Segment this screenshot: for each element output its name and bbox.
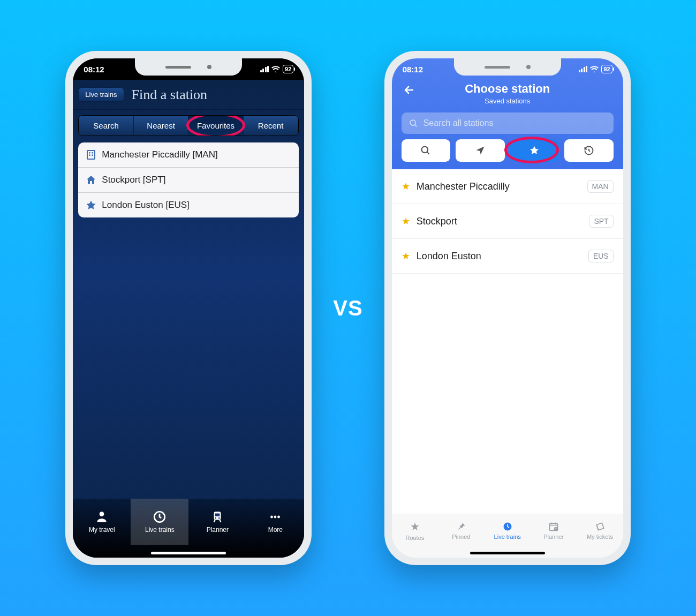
person-icon — [95, 510, 109, 524]
phone-notch — [135, 58, 242, 76]
svg-rect-2 — [92, 152, 94, 154]
history-icon — [584, 145, 594, 156]
star-icon — [86, 200, 96, 211]
svg-point-15 — [422, 147, 428, 153]
page-title: Find a station — [132, 87, 208, 103]
train-icon — [210, 510, 224, 524]
phone-notch — [454, 58, 561, 76]
svg-rect-3 — [89, 155, 90, 156]
signal-icon — [260, 66, 269, 72]
wifi-icon — [271, 66, 280, 72]
tab-planner[interactable]: Planner — [188, 499, 246, 545]
svg-point-14 — [410, 120, 415, 125]
search-icon — [420, 145, 431, 156]
calendar-icon — [548, 521, 559, 532]
station-code: EUS — [588, 250, 614, 262]
list-item[interactable]: Stockport [SPT] — [78, 168, 299, 193]
svg-rect-0 — [87, 151, 95, 159]
search-input[interactable]: Search all stations — [402, 112, 614, 134]
svg-point-12 — [274, 516, 277, 519]
tab-routes[interactable]: ★ Routes — [392, 514, 438, 547]
back-button[interactable]: Live trains — [78, 87, 124, 102]
svg-point-13 — [277, 516, 280, 519]
status-time: 08:12 — [403, 65, 423, 74]
station-name: Manchester Piccadilly — [417, 181, 510, 192]
list-item[interactable]: ★ Stockport SPT — [392, 204, 623, 239]
phone-old-design: 08:12 92 Live trains Find a station Sear… — [65, 51, 312, 565]
tab-more[interactable]: More — [246, 499, 304, 545]
signal-icon — [579, 66, 588, 72]
tab-pinned[interactable]: Pinned — [438, 514, 484, 547]
star-icon: ★ — [402, 215, 410, 227]
segment-tabs: Search Nearest Favourites Recent — [78, 115, 299, 136]
battery-icon: 92 — [283, 65, 293, 73]
page-subtitle: Saved stations — [392, 97, 623, 105]
wifi-icon — [590, 66, 599, 72]
station-label: London Euston [EUS] — [102, 200, 190, 211]
mode-recent[interactable] — [564, 139, 614, 162]
tab-nearest[interactable]: Nearest — [134, 116, 189, 136]
clock-icon — [502, 521, 513, 532]
back-button[interactable] — [403, 84, 415, 96]
home-indicator — [151, 552, 226, 554]
mode-favourites[interactable] — [510, 139, 559, 162]
star-icon: ★ — [410, 520, 420, 533]
svg-point-10 — [218, 517, 220, 519]
station-code: MAN — [587, 180, 614, 193]
bottom-tab-bar: My travel Live trains Planner — [73, 499, 304, 558]
list-item[interactable]: ★ London Euston EUS — [392, 239, 623, 274]
page-title: Choose station — [392, 82, 623, 96]
battery-icon: 92 — [601, 65, 612, 73]
ticket-icon — [595, 521, 606, 532]
vs-label: VS — [333, 296, 362, 320]
phone-new-design: 08:12 92 Choose station Saved stations — [384, 51, 631, 565]
more-icon — [268, 510, 282, 524]
location-icon — [475, 145, 486, 156]
station-name: Stockport — [417, 216, 457, 227]
svg-point-11 — [270, 516, 273, 519]
star-icon: ★ — [402, 250, 410, 262]
list-item[interactable]: London Euston [EUS] — [78, 193, 299, 217]
mode-nearest[interactable] — [456, 139, 505, 162]
tab-planner[interactable]: Planner — [531, 514, 577, 547]
list-item[interactable]: Manchester Piccadilly [MAN] — [78, 142, 299, 168]
tab-my-travel[interactable]: My travel — [73, 499, 131, 545]
comparison-container: 08:12 92 Live trains Find a station Sear… — [32, 24, 664, 592]
pin-icon — [456, 521, 466, 532]
mode-search[interactable] — [402, 139, 451, 162]
nav-header: Live trains Find a station — [73, 80, 304, 110]
tab-live-trains[interactable]: Live trains — [484, 514, 530, 547]
svg-rect-4 — [92, 155, 94, 156]
saved-stations-list: ★ Manchester Piccadilly MAN ★ Stockport … — [392, 169, 623, 274]
list-item[interactable]: ★ Manchester Piccadilly MAN — [392, 169, 623, 204]
star-icon — [529, 145, 540, 156]
bottom-tab-bar: ★ Routes Pinned Live trains — [392, 514, 623, 558]
svg-rect-8 — [215, 514, 220, 516]
status-time: 08:12 — [84, 65, 104, 74]
tab-recent[interactable]: Recent — [244, 116, 299, 136]
station-label: Stockport [SPT] — [102, 175, 165, 185]
svg-rect-1 — [89, 152, 90, 154]
mode-toggle-row — [402, 139, 614, 162]
station-label: Manchester Piccadilly [MAN] — [102, 149, 217, 160]
tab-favourites[interactable]: Favourites — [188, 116, 244, 136]
clock-icon — [153, 510, 167, 524]
home-indicator — [470, 552, 545, 554]
search-icon — [409, 119, 418, 128]
tab-my-tickets[interactable]: My tickets — [577, 514, 623, 547]
star-icon: ★ — [402, 181, 410, 192]
svg-point-9 — [215, 517, 217, 519]
building-icon — [86, 149, 96, 160]
station-name: London Euston — [417, 251, 481, 262]
tab-live-trains[interactable]: Live trains — [131, 499, 188, 545]
favourites-list: Manchester Piccadilly [MAN] Stockport [S… — [78, 142, 299, 217]
svg-point-5 — [100, 512, 104, 516]
station-code: SPT — [589, 215, 613, 228]
tab-search[interactable]: Search — [79, 116, 134, 136]
home-icon — [86, 175, 96, 185]
